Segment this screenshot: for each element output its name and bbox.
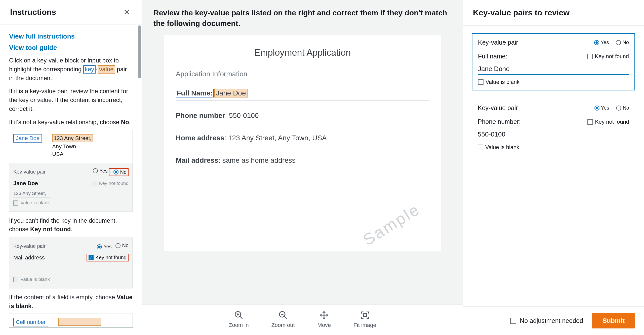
text: Any Town, — [52, 143, 77, 150]
highlight-knf: Key not found — [87, 254, 129, 261]
view-tool-guide-link[interactable]: View tool guide — [9, 44, 133, 52]
fit-image-button[interactable]: Fit image — [353, 310, 376, 328]
radio-yes[interactable]: Yes — [93, 168, 108, 174]
text: Key not found — [96, 255, 127, 260]
kv-card[interactable]: Key-value pair Yes No Phone number: Key … — [472, 99, 635, 155]
kvp-label: Key-value pair — [13, 243, 46, 249]
tool-label: Zoom in — [229, 322, 249, 328]
field-value: same as home address — [222, 156, 296, 164]
example-top: Jane Doe 123 Any Street, Any Town, USA — [9, 130, 133, 163]
review-footer: No adjustment needed Submit — [463, 306, 644, 335]
svg-rect-11 — [363, 314, 367, 317]
knf-disabled: Key not found — [92, 181, 129, 186]
zoom-in-button[interactable]: Zoom in — [229, 310, 249, 328]
field-mail-address[interactable]: Mail address: same as home address — [176, 154, 429, 168]
knf-checked[interactable]: Key not found — [89, 255, 127, 260]
kv-value-input[interactable] — [478, 63, 629, 75]
field-key: Home address — [176, 134, 224, 142]
radio-label: Yes — [103, 244, 112, 250]
radio-label: No — [120, 169, 127, 175]
checkbox-checked-icon — [89, 255, 94, 260]
value-is-blank-checkbox[interactable]: Value is blank — [478, 144, 629, 151]
value-is-blank-checkbox[interactable]: Value is blank — [478, 79, 629, 85]
instructions-body[interactable]: View full instructions View tool guide C… — [0, 24, 142, 335]
highlight-value: Jane Doe — [214, 89, 248, 97]
tool-label: Fit image — [353, 322, 376, 328]
text: Key not found — [99, 181, 129, 186]
svg-line-7 — [284, 316, 287, 319]
task-prompt-text: Review the key-value pairs listed on the… — [153, 8, 452, 29]
instruction-para-3: If it's not a key-value relationship, ch… — [9, 118, 133, 127]
example-card-blank: Cell number — [9, 314, 133, 328]
submit-button[interactable]: Submit — [592, 313, 635, 328]
radio-yes[interactable]: Yes — [594, 105, 609, 111]
kv-value-input[interactable] — [478, 129, 629, 140]
fit-icon — [360, 310, 370, 320]
document-column: Review the key-value pairs listed on the… — [142, 0, 463, 335]
example-value-display: 123 Any Street, — [13, 191, 46, 196]
no-adjustment-checkbox[interactable]: No adjustment needed — [510, 317, 583, 324]
svg-line-3 — [240, 316, 243, 319]
tool-label: Move — [317, 322, 331, 328]
radio-no[interactable]: No — [113, 169, 127, 175]
radio-no[interactable]: No — [616, 105, 629, 111]
text: Value is blank — [20, 200, 50, 205]
app-root: Instructions View full instructions View… — [0, 0, 644, 335]
instruction-para-5: If the content of a field is empty, choo… — [9, 293, 133, 311]
kvp-label: Key-value pair — [478, 104, 518, 112]
close-icon[interactable] — [122, 7, 132, 17]
view-full-instructions-link[interactable]: View full instructions — [9, 32, 133, 40]
highlight-no: No — [109, 168, 129, 176]
key-not-found-checkbox[interactable]: Key not found — [587, 119, 629, 125]
viewer-toolbar: Zoom in Zoom out Move Fit image — [142, 305, 463, 335]
document-viewport[interactable]: Employment Application Application Infor… — [142, 35, 463, 305]
text: Value is blank — [485, 144, 519, 151]
highlight-key: Full Name: — [176, 89, 214, 97]
kvp-label: Key-value pair — [13, 169, 46, 175]
field-phone[interactable]: Phone number: 550-0100 — [176, 109, 429, 123]
radio-yes[interactable]: Yes — [594, 40, 609, 45]
instructions-header: Instructions — [0, 0, 142, 24]
instruction-para-4: If you can't find the key in the documen… — [9, 216, 133, 234]
key-not-found-checkbox[interactable]: Key not found — [587, 53, 629, 60]
radio-yes[interactable]: Yes — [97, 244, 112, 250]
field-key: Phone number — [176, 112, 225, 119]
field-home-address[interactable]: Home address: 123 Any Street, Any Town, … — [176, 131, 429, 145]
text: Key not found — [595, 53, 629, 60]
value-chip-inline: value — [98, 65, 115, 74]
text: Value is blank — [20, 277, 50, 282]
field-value: 123 Any Street, Any Town, USA — [228, 134, 327, 142]
review-title: Key-value pairs to review — [473, 8, 634, 17]
text: Value is blank — [486, 79, 519, 85]
example-val-chip: 123 Any Street, Any Town, USA — [52, 134, 93, 158]
field-full-name[interactable]: Full Name:Jane Doe — [176, 87, 429, 100]
example-card-not-kv: Jane Doe 123 Any Street, Any Town, USA K… — [9, 130, 133, 212]
review-body[interactable]: Key-value pair Yes No Full name: Key not… — [463, 26, 644, 306]
document-page: Employment Application Application Infor… — [164, 35, 441, 251]
field-value: 550-0100 — [229, 112, 259, 119]
kv-key-label: Phone number: — [478, 118, 521, 125]
zoom-out-button[interactable]: Zoom out — [271, 310, 295, 328]
move-button[interactable]: Move — [317, 310, 331, 328]
example-key-display: Jane Doe — [13, 180, 38, 187]
example-key-display: Mail address — [13, 254, 45, 261]
radio-no[interactable]: No — [115, 243, 129, 248]
text: Key not found — [595, 119, 629, 125]
text-bold: Key not found — [30, 226, 71, 232]
text: USA — [52, 151, 63, 157]
field-key: Mail address — [176, 156, 219, 164]
radio-no[interactable]: No — [616, 40, 629, 45]
radio-label: Yes — [601, 40, 609, 45]
empty-value-field — [13, 265, 49, 272]
instruction-para-2: If it is a key-value pair, review the co… — [9, 87, 133, 113]
text-bold: No — [121, 119, 129, 125]
scrollbar-thumb[interactable] — [138, 25, 141, 78]
text: No adjustment needed — [520, 317, 583, 324]
zoom-out-icon — [278, 310, 288, 320]
example-card-knf: Key-value pair Yes No Mail address Key n… — [9, 237, 133, 288]
instruction-para-1: Click on a key-value block or input box … — [9, 56, 133, 82]
instructions-title: Instructions — [10, 8, 56, 17]
review-panel: Key-value pairs to review Key-value pair… — [463, 0, 644, 335]
review-header: Key-value pairs to review — [463, 0, 644, 26]
kv-card[interactable]: Key-value pair Yes No Full name: Key not… — [472, 33, 635, 90]
